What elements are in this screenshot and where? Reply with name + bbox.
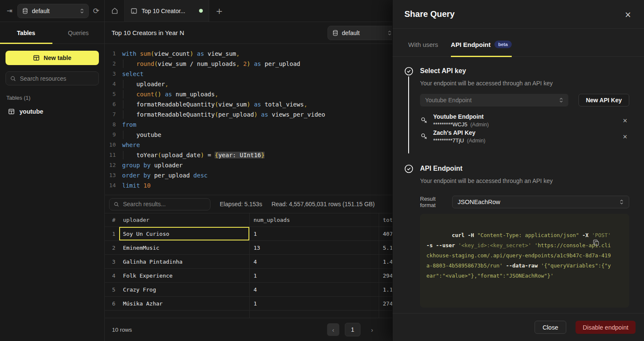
- sidebar-tabs: Tables Queries: [0, 22, 105, 44]
- api-key-row[interactable]: Youtube Endpoint *********WCJ5(Admin) ×: [420, 113, 629, 128]
- query-tab[interactable]: Top 10 Creator...: [125, 0, 209, 22]
- cell-total-views[interactable]: 1.1: [379, 283, 392, 296]
- column-header-uploader[interactable]: uploader: [119, 213, 250, 226]
- cell-num-uploads[interactable]: 1: [250, 269, 379, 282]
- query-tab-title: Top 10 Creator...: [142, 8, 186, 14]
- close-icon[interactable]: ×: [625, 10, 631, 19]
- cell-num-uploads[interactable]: 1: [250, 227, 379, 240]
- result-format-dropdown[interactable]: JSONEachRow: [452, 196, 629, 208]
- editor-line[interactable]: 7 formatReadableQuantity(per_upload) as …: [105, 109, 392, 120]
- sidebar-item-youtube[interactable]: youtube: [5, 107, 99, 116]
- remove-key-icon[interactable]: ×: [622, 133, 628, 140]
- close-button[interactable]: Close: [535, 321, 566, 334]
- column-header-num-uploads[interactable]: num_uploads: [250, 213, 379, 226]
- editor-line[interactable]: 12group by uploader: [105, 160, 392, 170]
- query-title-bar: Top 10 Creators in Year N default: [105, 22, 392, 44]
- editor-line[interactable]: 1with sum(view_count) as view_sum,: [105, 49, 392, 59]
- cell-uploader[interactable]: Crazy Frog: [119, 283, 250, 296]
- current-page[interactable]: 1: [345, 323, 360, 336]
- code-text: count() as num_uploads,: [122, 89, 218, 99]
- line-number: 14: [105, 180, 116, 191]
- cell-row-number[interactable]: 5: [105, 283, 119, 296]
- check-circle-icon: [404, 67, 413, 76]
- tab-tables[interactable]: Tables: [0, 22, 52, 44]
- cell-uploader[interactable]: Galinha Pintadinha: [119, 255, 250, 268]
- tab-queries[interactable]: Queries: [52, 22, 105, 44]
- resource-search-input[interactable]: [20, 75, 94, 82]
- cell-total-views[interactable]: 5.1: [379, 241, 392, 254]
- new-table-button[interactable]: New table: [5, 51, 99, 65]
- cell-total-views[interactable]: 294: [379, 269, 392, 282]
- new-tab-button[interactable]: +: [209, 0, 229, 22]
- cell-total-views[interactable]: 407: [379, 227, 392, 240]
- cell-row-number[interactable]: 1: [105, 227, 119, 240]
- line-number: 5: [105, 89, 116, 99]
- cell-uploader[interactable]: Folk Experience: [119, 269, 250, 282]
- cell-row-number[interactable]: 6: [105, 297, 119, 310]
- next-page-button[interactable]: ›: [366, 323, 378, 336]
- second-row: Tables Queries Top 10 Creators in Year N…: [0, 22, 392, 44]
- beta-badge: beta: [494, 41, 512, 48]
- copy-icon[interactable]: [592, 219, 624, 267]
- editor-line[interactable]: 11 toYear(upload_date) = {year: UInt16}: [105, 150, 392, 160]
- remove-key-icon[interactable]: ×: [622, 117, 628, 124]
- cell-uploader[interactable]: Músika Azhar: [119, 297, 250, 310]
- api-key-masked: *********WCJ5(Admin): [433, 121, 489, 128]
- table-row[interactable]: 6Músika Azhar1274: [105, 297, 392, 311]
- query-database-selector[interactable]: default: [327, 26, 392, 40]
- step-rail: [404, 67, 413, 154]
- cell-total-views[interactable]: 274: [379, 297, 392, 310]
- sql-editor[interactable]: 1with sum(view_count) as view_sum,2 roun…: [105, 44, 392, 195]
- results-search[interactable]: [109, 198, 210, 210]
- cell-uploader[interactable]: Soy Un Curioso: [119, 227, 250, 240]
- table-row[interactable]: 3Galinha Pintadinha41.4: [105, 255, 392, 269]
- editor-line[interactable]: 13order by per_upload desc: [105, 170, 392, 180]
- disable-endpoint-button[interactable]: Disable endpoint: [576, 321, 636, 334]
- panel-footer: Close Disable endpoint: [393, 313, 644, 341]
- editor-line[interactable]: 4 uploader,: [105, 79, 392, 89]
- cell-num-uploads[interactable]: 13: [250, 241, 379, 254]
- query-title: Top 10 Creators in Year N: [112, 29, 184, 36]
- api-key-name: Zach's API Key: [433, 129, 486, 136]
- editor-line[interactable]: 3select: [105, 69, 392, 79]
- results-search-input[interactable]: [123, 201, 206, 207]
- tab-with-users[interactable]: With users: [408, 41, 438, 56]
- refresh-icon[interactable]: ⟳: [93, 6, 99, 15]
- database-selector[interactable]: default: [17, 4, 89, 18]
- table-row[interactable]: 2EminemMusic135.1: [105, 241, 392, 255]
- curl-command-text[interactable]: curl -H "Content-Type: application/json"…: [426, 232, 614, 279]
- prev-page-button[interactable]: ‹: [327, 323, 339, 336]
- cell-num-uploads[interactable]: 1: [250, 297, 379, 310]
- editor-line[interactable]: 14limit 10: [105, 180, 392, 191]
- cell-uploader[interactable]: EminemMusic: [119, 241, 250, 254]
- home-button[interactable]: [105, 0, 125, 22]
- chevron-updown-icon: [387, 30, 392, 36]
- cell-row-number[interactable]: 2: [105, 241, 119, 254]
- cell-row-number[interactable]: 4: [105, 269, 119, 282]
- cell-row-number[interactable]: 3: [105, 255, 119, 268]
- indent-guide: [123, 151, 123, 159]
- new-api-key-button[interactable]: New API Key: [579, 94, 629, 106]
- cell-total-views[interactable]: 1.4: [379, 255, 392, 268]
- editor-line[interactable]: 5 count() as num_uploads,: [105, 89, 392, 99]
- resource-search[interactable]: [5, 71, 99, 85]
- line-number: 8: [105, 120, 116, 130]
- code-text: formatReadableQuantity(per_upload) as vi…: [122, 109, 325, 120]
- line-number: 1: [105, 49, 116, 59]
- cell-num-uploads[interactable]: 4: [250, 255, 379, 268]
- tab-api-endpoint[interactable]: API Endpoint beta: [451, 41, 512, 56]
- table-row[interactable]: 4Folk Experience1294: [105, 269, 392, 283]
- partial-row: [105, 311, 392, 318]
- editor-line[interactable]: 9 youtube: [105, 130, 392, 140]
- column-header-total[interactable]: tot: [379, 213, 392, 226]
- api-key-dropdown[interactable]: Youtube Endpoint: [420, 94, 568, 106]
- table-row[interactable]: 5Crazy Frog41.1: [105, 283, 392, 297]
- cell-num-uploads[interactable]: 4: [250, 283, 379, 296]
- table-row[interactable]: 1Soy Un Curioso1407: [105, 227, 392, 241]
- sidebar-toggle-icon[interactable]: ⇥: [7, 7, 12, 15]
- editor-line[interactable]: 6 formatReadableQuantity(view_sum) as to…: [105, 99, 392, 109]
- editor-line[interactable]: 10where: [105, 140, 392, 150]
- editor-line[interactable]: 8from: [105, 120, 392, 130]
- api-key-row[interactable]: Zach's API Key *********7TjU(Admin) ×: [420, 129, 629, 144]
- editor-line[interactable]: 2 round(view_sum / num_uploads, 2) as pe…: [105, 59, 392, 69]
